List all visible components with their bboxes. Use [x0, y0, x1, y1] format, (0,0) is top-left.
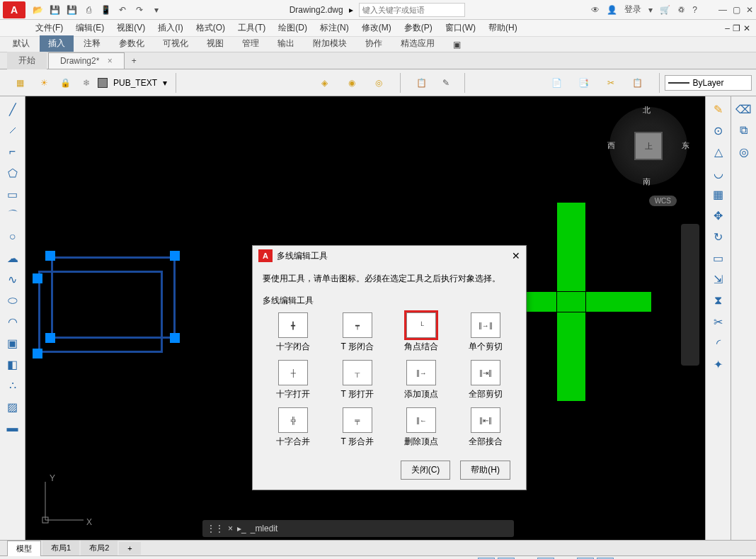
- tool-cut-all[interactable]: ‖⇥‖全部剪切: [461, 360, 511, 400]
- tab-view[interactable]: 视图: [198, 35, 232, 52]
- draw-triangle-icon[interactable]: △: [708, 142, 729, 162]
- viewcube[interactable]: 上 北 南 东 西: [606, 103, 691, 188]
- close-tab-icon[interactable]: ×: [108, 56, 113, 66]
- login-dropdown-icon[interactable]: ▾: [648, 5, 653, 15]
- edit-block-icon[interactable]: ✎: [436, 73, 456, 93]
- dialog-close-icon[interactable]: ✕: [512, 250, 520, 261]
- tab-expand-icon[interactable]: ▣: [445, 38, 469, 52]
- grip-icon[interactable]: [170, 251, 180, 261]
- rotate-tool-icon[interactable]: ↻: [708, 227, 729, 247]
- layer-props-icon[interactable]: ▦: [7, 72, 33, 94]
- menu-edit[interactable]: 编辑(E): [76, 22, 104, 34]
- tab-addins[interactable]: 附加模块: [304, 35, 355, 52]
- menu-view[interactable]: 视图(V): [117, 22, 145, 34]
- save-icon[interactable]: 💾: [48, 4, 61, 16]
- tab-manage[interactable]: 管理: [234, 35, 268, 52]
- layout-tab-add[interactable]: +: [119, 542, 140, 555]
- login-label[interactable]: 登录: [624, 4, 641, 16]
- tool-cross-merge[interactable]: ╬十字合并: [268, 407, 319, 448]
- erase-tool-icon[interactable]: ⌫: [733, 99, 755, 119]
- app-logo-icon[interactable]: A: [3, 1, 25, 18]
- clipboard-icon[interactable]: 📋: [625, 72, 651, 94]
- paste-icon[interactable]: 📄: [544, 72, 570, 94]
- menu-dim[interactable]: 标注(N): [320, 22, 349, 34]
- help-icon[interactable]: ?: [692, 5, 697, 15]
- copy-icon[interactable]: 📑: [571, 72, 597, 94]
- cmd-handle-icon[interactable]: ⋮⋮: [207, 524, 224, 533]
- minimize-icon[interactable]: —: [718, 5, 727, 15]
- add-tab-button[interactable]: +: [126, 55, 142, 67]
- fillet-tool-icon[interactable]: ◜: [708, 333, 729, 353]
- stretch-tool-icon[interactable]: ⇲: [708, 269, 729, 289]
- ellipse-tool-icon[interactable]: ⬭: [2, 290, 23, 310]
- layer-color-swatch[interactable]: [98, 78, 108, 88]
- tab-featured[interactable]: 精选应用: [392, 35, 443, 52]
- layer-lock-icon[interactable]: 🔒: [55, 73, 75, 93]
- tool-corner-joint[interactable]: └角点结合: [396, 312, 447, 353]
- qat-more-icon[interactable]: ▾: [150, 4, 163, 16]
- draw-circle2-icon[interactable]: ⊙: [708, 120, 729, 140]
- hatch-tool-icon[interactable]: ▨: [2, 397, 23, 417]
- layer-freeze-icon[interactable]: ❄: [76, 73, 96, 93]
- file-tab-current[interactable]: Drawing2* ×: [48, 52, 125, 69]
- line-tool-icon[interactable]: ╱: [2, 99, 23, 119]
- offset-tool-icon[interactable]: ◎: [733, 142, 755, 162]
- cart-icon[interactable]: 🛒: [660, 5, 670, 15]
- rectangle-tool-icon[interactable]: ▭: [2, 184, 23, 204]
- viewcube-top-face[interactable]: 上: [634, 132, 663, 160]
- open-icon[interactable]: 📂: [31, 4, 44, 16]
- block-insert-icon[interactable]: ▣: [2, 333, 23, 353]
- grip-icon[interactable]: [170, 333, 180, 343]
- explode-tool-icon[interactable]: ✦: [708, 354, 729, 374]
- draw-trim-icon[interactable]: ◡: [708, 163, 729, 183]
- wcs-badge[interactable]: WCS: [649, 196, 677, 206]
- tool-t-open[interactable]: ┬T 形打开: [333, 360, 383, 400]
- menu-format[interactable]: 格式(O): [196, 22, 225, 34]
- insert-block-icon[interactable]: 📋: [409, 72, 435, 94]
- layer-states-icon[interactable]: ◈: [312, 72, 338, 94]
- menu-draw[interactable]: 绘图(D): [278, 22, 307, 34]
- doc-close-icon[interactable]: ✕: [743, 23, 750, 33]
- layer-sun-icon[interactable]: ☀: [34, 73, 54, 93]
- search-icon[interactable]: 👁: [591, 5, 600, 15]
- viewcube-west[interactable]: 西: [607, 140, 615, 151]
- scale-tool-icon[interactable]: ▭: [708, 248, 729, 268]
- layout-tab-2[interactable]: 布局2: [81, 541, 118, 555]
- tool-add-vertex[interactable]: ‖→添加顶点: [396, 360, 447, 400]
- tab-annotate[interactable]: 注释: [75, 35, 109, 52]
- maximize-icon[interactable]: ▢: [733, 5, 740, 15]
- menu-modify[interactable]: 修改(M): [362, 22, 391, 34]
- cmd-close-icon[interactable]: ×: [228, 524, 233, 533]
- tool-cut-single[interactable]: ‖→‖单个剪切: [461, 312, 511, 353]
- tool-t-merge[interactable]: ╤T 形合并: [333, 407, 383, 448]
- move-tool-icon[interactable]: ✥: [708, 205, 729, 225]
- tab-insert[interactable]: 插入: [40, 35, 74, 52]
- print-icon[interactable]: ⎙: [82, 4, 95, 16]
- tool-weld-all[interactable]: ‖⇤‖全部接合: [461, 407, 511, 448]
- cut-tool-icon[interactable]: ✂: [708, 312, 729, 332]
- tab-visualize[interactable]: 可视化: [154, 35, 197, 52]
- polyline-tool-icon[interactable]: ⌐: [2, 142, 23, 162]
- cut-icon[interactable]: ✂: [598, 72, 624, 94]
- tool-delete-vertex[interactable]: ‖←删除顶点: [396, 407, 447, 448]
- menu-insert[interactable]: 插入(I): [158, 22, 183, 34]
- saveas-icon[interactable]: 💾: [65, 4, 78, 16]
- close-window-icon[interactable]: ✕: [746, 5, 753, 15]
- tool-cross-closed[interactable]: ╋十字闭合: [268, 312, 319, 353]
- gradient-tool-icon[interactable]: ▬: [2, 418, 23, 438]
- menu-window[interactable]: 窗口(W): [445, 22, 476, 34]
- viewcube-south[interactable]: 南: [643, 176, 651, 187]
- drawing-canvas[interactable]: 上 北 南 东 西 WCS: [25, 96, 705, 540]
- dialog-close-button[interactable]: 关闭(C): [401, 461, 451, 480]
- mirror-tool-icon[interactable]: ⧗: [708, 290, 729, 310]
- draw-array-icon[interactable]: ▦: [708, 184, 729, 204]
- tab-collab[interactable]: 协作: [357, 35, 391, 52]
- file-tab-start[interactable]: 开始: [7, 52, 47, 69]
- revcloud-tool-icon[interactable]: ☁: [2, 248, 23, 268]
- undo-icon[interactable]: ↶: [116, 4, 129, 16]
- layout-tab-1[interactable]: 布局1: [42, 541, 79, 555]
- viewcube-east[interactable]: 东: [682, 140, 689, 151]
- tab-output[interactable]: 输出: [269, 35, 303, 52]
- layer-iso-icon[interactable]: ◉: [339, 72, 365, 94]
- menu-file[interactable]: 文件(F): [35, 22, 63, 34]
